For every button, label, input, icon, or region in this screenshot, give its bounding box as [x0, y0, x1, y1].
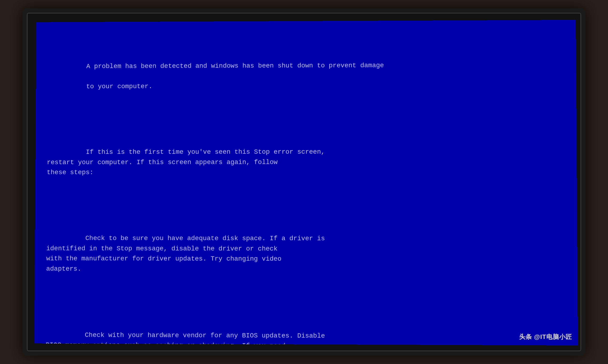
disk-space-section: Check to be sure you have adequate disk … — [46, 223, 565, 285]
bios-text: Check with your hardware vendor for any … — [45, 331, 325, 345]
bsod-screen: A problem has been detected and windows … — [34, 20, 578, 345]
bsod-content: A problem has been detected and windows … — [44, 29, 567, 345]
first-time-section: If this is the first time you've seen th… — [47, 136, 565, 187]
intro-line2: to your computer. — [86, 83, 152, 90]
disk-space-text: Check to be sure you have adequate disk … — [46, 234, 325, 272]
monitor-bezel: A problem has been detected and windows … — [27, 13, 581, 351]
first-time-text: If this is the first time you've seen th… — [47, 148, 325, 176]
intro-line1: A problem has been detected and windows … — [86, 62, 384, 70]
outer-frame: A problem has been detected and windows … — [23, 8, 585, 356]
watermark: 头条 @IT电脑小匠 — [519, 333, 572, 341]
intro-section: A problem has been detected and windows … — [47, 50, 564, 102]
watermark-text: 头条 @IT电脑小匠 — [519, 333, 572, 340]
bios-section: Check with your hardware vendor for any … — [45, 320, 566, 345]
